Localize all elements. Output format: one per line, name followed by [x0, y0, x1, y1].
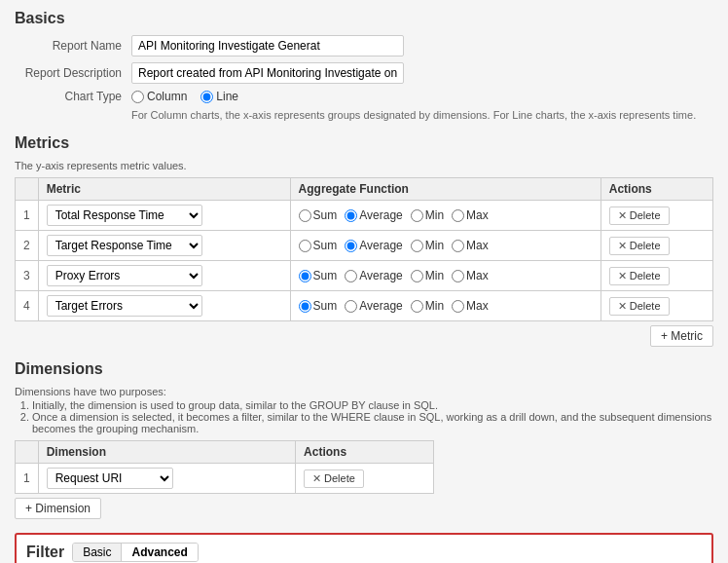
chart-type-line-option[interactable]: Line — [200, 90, 238, 103]
basics-title: Basics — [15, 10, 713, 27]
dimension-cell: Request URIProxyTarget HostDeveloper App… — [38, 464, 295, 494]
row-number: 3 — [16, 261, 39, 291]
dimension-row: 1Request URIProxyTarget HostDeveloper Ap… — [16, 464, 434, 494]
agg-radio-max[interactable] — [452, 270, 464, 282]
agg-radio-min[interactable] — [411, 240, 423, 252]
agg-option-max[interactable]: Max — [452, 299, 489, 313]
actions-cell: ✕ Delete — [601, 291, 712, 321]
dimension-select[interactable]: Request URIProxyTarget HostDeveloper App… — [47, 468, 173, 489]
agg-radio-sum[interactable] — [299, 270, 311, 282]
agg-radio-sum[interactable] — [299, 300, 311, 313]
agg-radio-average[interactable] — [345, 240, 357, 252]
dimensions-description: Dimensions have two purposes: Initially,… — [15, 386, 713, 434]
metrics-row: 4Total Response TimeTarget Response Time… — [16, 291, 713, 321]
agg-option-min[interactable]: Min — [411, 299, 444, 313]
dim-row-number: 1 — [16, 464, 39, 494]
dimensions-title: Dimensions — [15, 360, 713, 378]
agg-cell: SumAverageMinMax — [290, 291, 601, 321]
delete-metric-button[interactable]: ✕ Delete — [609, 237, 670, 255]
agg-option-min[interactable]: Min — [411, 269, 444, 282]
metrics-table: Metric Aggregate Function Actions 1Total… — [15, 177, 713, 321]
agg-radio-max[interactable] — [452, 300, 464, 313]
metrics-sublabel: The y-axis represents metric values. — [15, 160, 713, 171]
report-name-label: Report Name — [15, 39, 131, 53]
filter-tabs: Basic Advanced — [72, 543, 199, 562]
row-number: 2 — [16, 231, 39, 261]
chart-type-group: Column Line — [131, 90, 713, 103]
agg-radio-min[interactable] — [411, 300, 423, 313]
agg-option-min[interactable]: Min — [411, 208, 444, 222]
dim-col-dimension: Dimension — [38, 441, 295, 464]
agg-option-average[interactable]: Average — [345, 269, 402, 282]
agg-option-sum[interactable]: Sum — [299, 299, 338, 313]
agg-option-sum[interactable]: Sum — [299, 208, 338, 222]
metric-cell: Total Response TimeTarget Response TimeP… — [38, 261, 290, 291]
add-metric-button[interactable]: + Metric — [650, 325, 713, 347]
report-desc-input[interactable] — [131, 62, 404, 84]
agg-radio-average[interactable] — [345, 270, 357, 282]
chart-type-column-radio[interactable] — [131, 91, 144, 103]
agg-option-max[interactable]: Max — [452, 208, 489, 222]
chart-type-hint: For Column charts, the x-axis represents… — [131, 109, 713, 121]
agg-cell: SumAverageMinMax — [290, 231, 601, 261]
agg-radio-average[interactable] — [345, 209, 357, 222]
agg-option-average[interactable]: Average — [345, 208, 402, 222]
agg-radio-max[interactable] — [452, 240, 464, 252]
filter-section: Filter Basic Advanced Filter String — [15, 533, 713, 563]
col-agg: Aggregate Function — [290, 178, 601, 201]
metric-select[interactable]: Total Response TimeTarget Response TimeP… — [47, 205, 202, 226]
agg-option-average[interactable]: Average — [345, 239, 402, 252]
filter-title: Filter — [26, 544, 64, 561]
agg-radio-min[interactable] — [411, 209, 423, 222]
metric-select[interactable]: Total Response TimeTarget Response TimeP… — [47, 265, 202, 286]
metric-select[interactable]: Total Response TimeTarget Response TimeP… — [47, 295, 202, 317]
delete-metric-button[interactable]: ✕ Delete — [609, 297, 670, 316]
agg-option-sum[interactable]: Sum — [299, 239, 338, 252]
actions-cell: ✕ Delete — [601, 231, 712, 261]
actions-cell: ✕ Delete — [601, 261, 712, 291]
col-metric: Metric — [38, 178, 290, 201]
agg-cell: SumAverageMinMax — [290, 201, 601, 231]
chart-type-column-option[interactable]: Column — [131, 90, 187, 103]
metric-cell: Total Response TimeTarget Response TimeP… — [38, 291, 290, 321]
delete-dimension-button[interactable]: ✕ Delete — [304, 469, 364, 488]
delete-x-icon: ✕ — [618, 209, 627, 222]
delete-x-icon: ✕ — [618, 300, 627, 313]
chart-type-label: Chart Type — [15, 90, 131, 103]
agg-option-min[interactable]: Min — [411, 239, 444, 252]
delete-metric-button[interactable]: ✕ Delete — [609, 267, 670, 285]
metric-cell: Total Response TimeTarget Response TimeP… — [38, 231, 290, 261]
row-number: 1 — [16, 201, 39, 231]
metric-select[interactable]: Total Response TimeTarget Response TimeP… — [47, 235, 202, 256]
agg-radio-max[interactable] — [452, 209, 464, 222]
add-dimension-button[interactable]: + Dimension — [15, 498, 101, 519]
delete-x-icon: ✕ — [312, 472, 321, 485]
metrics-title: Metrics — [15, 134, 713, 152]
agg-option-sum[interactable]: Sum — [299, 269, 338, 282]
actions-cell: ✕ Delete — [601, 201, 712, 231]
dim-col-num — [16, 441, 39, 464]
delete-x-icon: ✕ — [618, 270, 627, 282]
filter-tab-advanced[interactable]: Advanced — [122, 544, 197, 561]
col-actions: Actions — [601, 178, 712, 201]
row-number: 4 — [16, 291, 39, 321]
agg-option-max[interactable]: Max — [452, 239, 489, 252]
dim-col-actions: Actions — [296, 441, 434, 464]
metric-cell: Total Response TimeTarget Response TimeP… — [38, 201, 290, 231]
report-name-input[interactable] — [131, 35, 404, 56]
agg-radio-sum[interactable] — [299, 240, 311, 252]
metrics-row: 3Total Response TimeTarget Response Time… — [16, 261, 713, 291]
filter-tab-basic[interactable]: Basic — [73, 544, 122, 561]
agg-option-max[interactable]: Max — [452, 269, 489, 282]
chart-type-line-radio[interactable] — [200, 91, 213, 103]
agg-cell: SumAverageMinMax — [290, 261, 601, 291]
agg-radio-sum[interactable] — [299, 209, 311, 222]
report-desc-label: Report Description — [15, 66, 131, 80]
agg-radio-average[interactable] — [345, 300, 357, 313]
delete-metric-button[interactable]: ✕ Delete — [609, 206, 670, 225]
agg-radio-min[interactable] — [411, 270, 423, 282]
dim-actions-cell: ✕ Delete — [296, 464, 434, 494]
delete-x-icon: ✕ — [618, 240, 627, 252]
agg-option-average[interactable]: Average — [345, 299, 402, 313]
metrics-row: 2Total Response TimeTarget Response Time… — [16, 231, 713, 261]
